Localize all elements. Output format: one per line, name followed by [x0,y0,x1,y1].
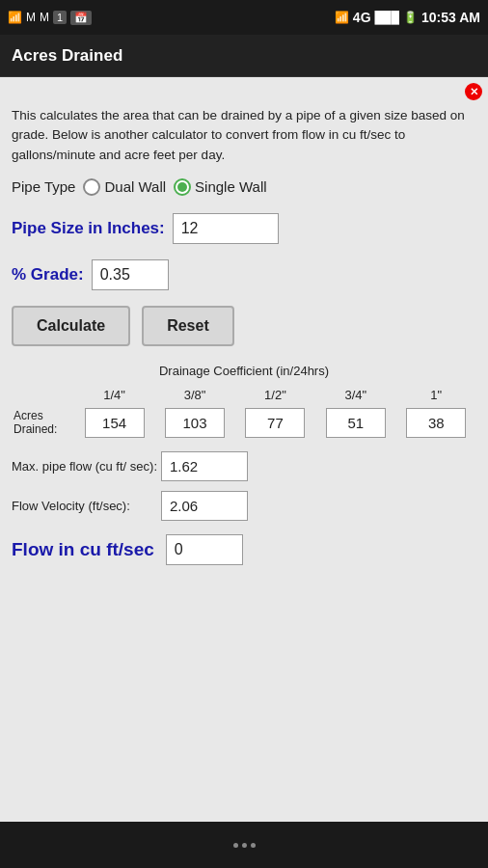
signal-icon: ███ [375,11,400,24]
notification-icon: 1 [53,11,67,24]
nav-dot-1 [233,843,238,848]
max-pipe-flow-label: Max. pipe flow (cu ft/ sec): [12,459,161,474]
col-header-2: 3/8" [154,384,234,406]
max-pipe-flow-input[interactable] [161,451,248,481]
cell-51 [315,406,395,440]
nav-dot-3 [251,843,256,848]
drainage-coefficient-label: Drainage Coefficient (in/24hrs) [12,364,476,378]
button-row: Calculate Reset [12,306,476,346]
cell-154 [74,406,154,440]
drainage-table-section: Drainage Coefficient (in/24hrs) 1/4" 3/8… [12,364,476,440]
max-pipe-flow-row: Max. pipe flow (cu ft/ sec): [12,451,476,481]
close-button[interactable]: ✕ [465,83,482,100]
pipe-size-input[interactable] [173,213,279,244]
calendar-icon: 📅 [70,11,92,25]
col-header-3: 1/2" [235,384,315,406]
pipe-type-label: Pipe Type [12,178,75,195]
flow-section-input[interactable] [166,534,243,565]
pipe-size-label: Pipe Size in Inches: [12,219,165,238]
status-icons: 📶 M M 1 📅 [8,11,92,25]
main-content: ✕ This calculates the area that can be d… [0,77,488,822]
single-wall-option[interactable]: Single Wall [174,178,266,196]
single-wall-radio[interactable] [174,178,191,196]
pipe-type-row: Pipe Type Dual Wall Single Wall [12,178,476,196]
page-title: Acres Drained [12,46,122,66]
bottom-nav [0,822,488,868]
status-bar: 📶 M M 1 📅 📶 4G ███ 🔋 10:53 AM [0,0,488,35]
description-text: This calculates the area that can be dra… [12,106,476,165]
sim-icon: 📶 [8,11,22,24]
cell-38 [396,406,476,440]
cell-103 [154,406,234,440]
pipe-size-row: Pipe Size in Inches: [12,213,476,244]
flow-title-row: Flow in cu ft/sec [12,534,476,565]
acres-cell-3[interactable] [245,408,305,438]
flow-velocity-label: Flow Velocity (ft/sec): [12,499,161,513]
cell-77 [235,406,315,440]
table-header-row: 1/4" 3/8" 1/2" 3/4" 1" [12,384,476,406]
table-row: AcresDrained: [12,406,476,440]
dual-wall-option[interactable]: Dual Wall [83,178,166,196]
nav-dot-2 [242,843,247,848]
acres-cell-1[interactable] [85,408,145,438]
acres-cell-2[interactable] [165,408,225,438]
gmail2-icon: M [40,11,49,24]
col-header-1: 1/4" [74,384,154,406]
wifi-icon: 📶 [335,11,349,24]
acres-cell-4[interactable] [326,408,386,438]
time-display: 10:53 AM [421,10,480,25]
gmail-icon: M [26,11,36,24]
flow-velocity-input[interactable] [161,491,248,521]
col-header-4: 3/4" [315,384,395,406]
battery-icon: 🔋 [403,11,418,24]
single-wall-label: Single Wall [195,178,266,195]
reset-button[interactable]: Reset [142,306,234,346]
acres-drained-label: AcresDrained: [12,406,74,440]
dual-wall-radio[interactable] [83,178,100,196]
grade-input[interactable] [92,259,169,290]
grade-label: % Grade: [12,265,84,285]
col-header-5: 1" [396,384,476,406]
empty-header [12,384,74,406]
title-bar: Acres Drained [0,35,488,77]
grade-row: % Grade: [12,259,476,290]
dual-wall-label: Dual Wall [104,178,166,195]
status-right: 📶 4G ███ 🔋 10:53 AM [335,10,480,25]
calculate-button[interactable]: Calculate [12,306,130,346]
flow-section-title: Flow in cu ft/sec [12,539,154,560]
flow-velocity-row: Flow Velocity (ft/sec): [12,491,476,521]
drainage-table: 1/4" 3/8" 1/2" 3/4" 1" AcresDrained: [12,384,476,440]
network-label: 4G [353,10,371,25]
acres-cell-5[interactable] [406,408,466,438]
